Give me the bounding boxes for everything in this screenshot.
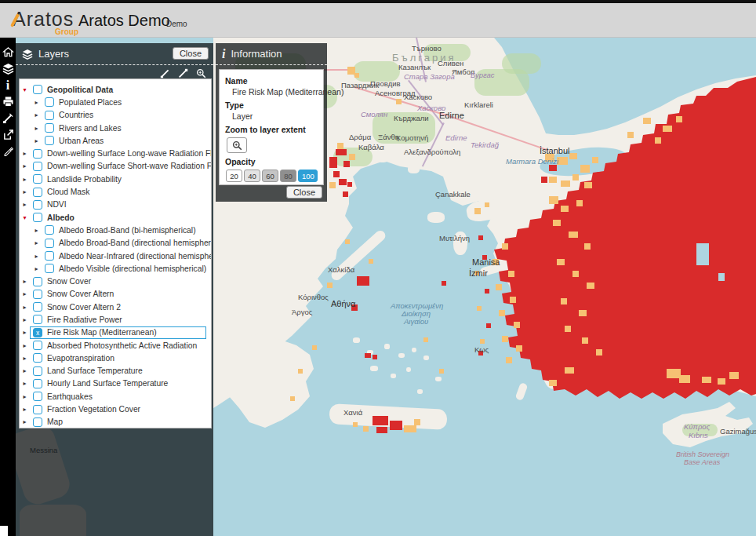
measure-icon[interactable] [0, 110, 16, 126]
layer-row-box[interactable]: Earthquakes [30, 390, 206, 403]
layer-row-box[interactable]: Urban Areas [42, 134, 206, 147]
layer-tree-row[interactable]: ▸Down-welling Surface Long-wave Radiatio… [20, 147, 211, 159]
layer-tree-row[interactable]: ▸Cloud Mask [20, 185, 211, 198]
layer-tree-row[interactable]: ▸Urban Areas [20, 134, 211, 147]
layer-tree-row[interactable]: ▸xFire Risk Map (Mediterranean) [20, 326, 211, 339]
layer-tree-row[interactable]: ▸Albedo Broad-Band (bi-hemispherical) [20, 224, 211, 236]
layer-visibility-checkbox[interactable] [33, 188, 42, 197]
layer-visibility-checkbox[interactable]: x [33, 328, 42, 337]
layer-row-box[interactable]: Albedo [30, 211, 206, 224]
layer-tree-row[interactable]: ▸Land Surface Temperature [20, 365, 211, 377]
expand-icon[interactable]: ▸ [20, 342, 30, 349]
expand-icon[interactable]: ▸ [20, 176, 30, 183]
layer-visibility-checkbox[interactable] [33, 162, 42, 171]
export-icon[interactable] [0, 126, 16, 143]
layer-visibility-checkbox[interactable] [33, 290, 42, 299]
expand-icon[interactable]: ▸ [31, 253, 42, 260]
layer-tree-row[interactable]: ▸Fire Radiative Power [20, 313, 211, 326]
layer-visibility-checkbox[interactable] [33, 315, 42, 324]
expand-icon[interactable]: ▸ [20, 150, 30, 157]
layer-tree-row[interactable]: ▸NDVI [20, 199, 211, 211]
layer-tree-row[interactable]: ▾Albedo [20, 211, 211, 224]
layer-row-box[interactable]: Map [30, 416, 206, 428]
info-icon[interactable]: i [0, 77, 16, 93]
opacity-100-button[interactable]: 100 [298, 170, 318, 182]
layer-tree-row[interactable]: ▸Albedo Broad-Band (directional hemisphe… [20, 237, 211, 250]
opacity-40-button[interactable]: 40 [244, 170, 260, 182]
layer-row-box[interactable]: Absorbed Photosynthetic Active Radiation [30, 339, 206, 352]
layer-visibility-checkbox[interactable] [45, 225, 54, 235]
layer-visibility-checkbox[interactable] [33, 149, 42, 159]
expand-icon[interactable]: ▸ [20, 201, 30, 208]
expand-icon[interactable]: ▸ [20, 393, 30, 400]
expand-icon[interactable]: ▸ [20, 188, 30, 195]
layer-visibility-checkbox[interactable] [33, 405, 42, 414]
layer-row-box[interactable]: Fire Radiative Power [30, 313, 206, 326]
layer-tree-row[interactable]: ▸Evapotranspiration [20, 352, 211, 364]
layer-tree-row[interactable]: ▸Landslide Probability [20, 173, 211, 185]
layer-tree-row[interactable]: ▸Snow Cover [20, 275, 211, 287]
information-close-button[interactable]: Close [286, 186, 322, 199]
collapse-icon[interactable]: ▾ [20, 214, 30, 221]
layer-visibility-checkbox[interactable] [33, 366, 42, 376]
layer-visibility-checkbox[interactable] [33, 417, 42, 427]
layer-visibility-checkbox[interactable] [45, 123, 54, 133]
layer-visibility-checkbox[interactable] [33, 392, 42, 401]
pencil-icon[interactable] [0, 143, 16, 159]
zoom-box-icon[interactable] [195, 67, 207, 79]
layer-visibility-checkbox[interactable] [45, 264, 54, 273]
zoom-extent-button[interactable] [227, 137, 247, 153]
expand-icon[interactable]: ▸ [20, 162, 30, 170]
layer-row-box[interactable]: Land Surface Temperature [30, 365, 206, 377]
expand-icon[interactable]: ▸ [20, 316, 30, 323]
aratos-logo[interactable]: Aratos Group [13, 8, 75, 35]
layer-visibility-checkbox[interactable] [45, 251, 54, 261]
layer-tree-row[interactable]: ▸Map [20, 416, 211, 428]
layer-tree-row[interactable]: ▸Absorbed Photosynthetic Active Radiatio… [20, 339, 211, 352]
home-icon[interactable] [0, 44, 16, 60]
layers-close-button[interactable]: Close [173, 47, 209, 60]
layer-visibility-checkbox[interactable] [45, 97, 54, 107]
layer-visibility-checkbox[interactable] [33, 85, 42, 94]
layers-icon[interactable] [0, 60, 16, 77]
layer-row-box[interactable]: Snow Cover Altern 2 [30, 301, 206, 313]
layer-tree-row[interactable]: ▸Countries [20, 109, 211, 122]
layer-row-box[interactable]: Down-welling Surface Long-wave Radiation… [30, 148, 212, 160]
layer-tree-row[interactable]: ▸Hourly Land Surface Temperature [20, 377, 211, 390]
layer-tree-row[interactable]: ▸Albedo Visible (directional hemispheric… [20, 262, 211, 275]
expand-icon[interactable]: ▸ [20, 329, 30, 336]
layer-row-box[interactable]: Cloud Mask [30, 186, 206, 199]
draw-icon[interactable] [177, 67, 189, 79]
layer-row-box[interactable]: Countries [42, 109, 206, 122]
expand-icon[interactable]: ▸ [20, 367, 30, 374]
measure-icon[interactable] [159, 67, 171, 79]
layer-tree-row[interactable]: ▸Albedo Near-Infrared (directional hemis… [20, 250, 211, 262]
layer-tree-row[interactable]: ▸Down-welling Surface Short-wave Radiati… [20, 160, 211, 173]
layer-row-box[interactable]: Snow Cover Altern [30, 288, 206, 301]
layer-visibility-checkbox[interactable] [33, 200, 42, 210]
layer-row-box[interactable]: Rivers and Lakes [42, 122, 206, 134]
expand-icon[interactable]: ▸ [31, 99, 42, 106]
layer-visibility-checkbox[interactable] [33, 379, 42, 388]
layer-row-box[interactable]: Albedo Near-Infrared (directional hemisp… [42, 250, 212, 262]
layer-row-box[interactable]: xFire Risk Map (Mediterranean) [30, 326, 206, 339]
opacity-20-button[interactable]: 20 [226, 170, 242, 182]
expand-icon[interactable]: ▸ [20, 418, 30, 425]
expand-icon[interactable]: ▸ [20, 290, 30, 297]
layer-row-box[interactable]: Albedo Visible (directional hemispherica… [42, 262, 209, 275]
layer-row-box[interactable]: Albedo Broad-Band (bi-hemispherical) [42, 224, 206, 236]
expand-icon[interactable]: ▸ [20, 355, 30, 362]
layer-tree-row[interactable]: ▸Populated Places [20, 96, 211, 108]
layer-visibility-checkbox[interactable] [45, 239, 54, 248]
layer-tree-row[interactable]: ▸Snow Cover Altern 2 [20, 301, 211, 313]
expand-icon[interactable]: ▸ [20, 406, 30, 413]
expand-icon[interactable]: ▸ [20, 304, 30, 311]
layer-row-box[interactable]: Geopolitical Data [30, 83, 206, 96]
expand-icon[interactable]: ▸ [31, 265, 42, 272]
layer-row-box[interactable]: Populated Places [42, 96, 206, 108]
layer-visibility-checkbox[interactable] [33, 353, 42, 363]
layer-visibility-checkbox[interactable] [33, 341, 42, 350]
print-icon[interactable] [0, 93, 16, 110]
layer-tree-row[interactable]: ▸Snow Cover Altern [20, 288, 211, 301]
layer-tree-row[interactable]: ▸Earthquakes [20, 390, 211, 403]
